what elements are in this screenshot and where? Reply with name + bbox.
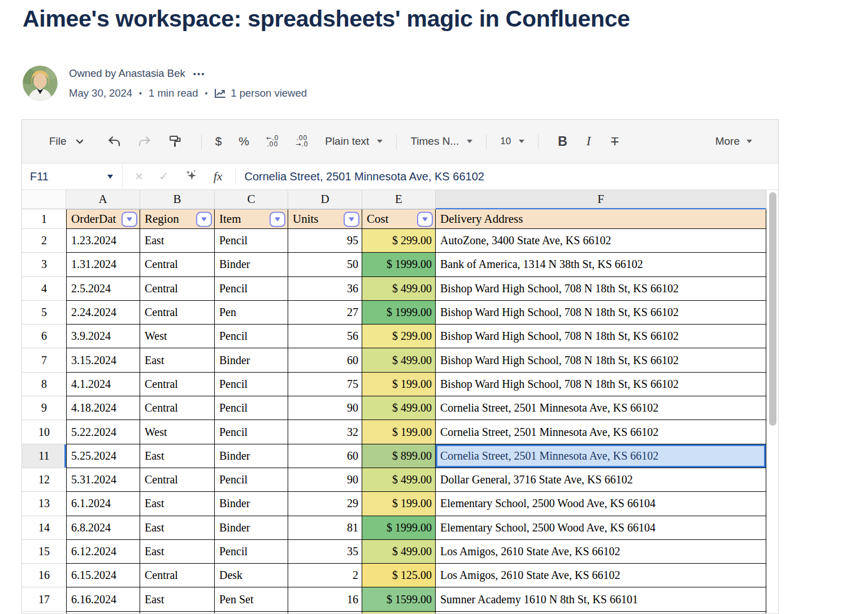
filter-button[interactable] xyxy=(196,211,212,227)
italic-button[interactable]: I xyxy=(587,134,591,149)
cell-D2[interactable]: 95 xyxy=(288,229,362,253)
cell-E3[interactable]: $ 1999.00 xyxy=(362,253,436,276)
cell-F5[interactable]: Bishop Ward High School, 708 N 18th St, … xyxy=(436,301,766,325)
column-header-E[interactable]: E xyxy=(362,190,436,209)
cell-partial[interactable] xyxy=(66,612,140,613)
cell-C4[interactable]: Pencil xyxy=(215,277,288,301)
column-header-D[interactable]: D xyxy=(288,190,362,209)
cell-B3[interactable]: Central xyxy=(140,253,215,276)
cell-C3[interactable]: Binder xyxy=(215,253,288,276)
row-number-5[interactable]: 5 xyxy=(22,301,66,325)
cell-E9[interactable]: $ 499.00 xyxy=(362,396,436,420)
cell-C2[interactable]: Pencil xyxy=(215,229,288,253)
row-number-15[interactable]: 15 xyxy=(22,540,66,564)
cell-C14[interactable]: Binder xyxy=(215,516,288,540)
font-size-dropdown[interactable]: 10 xyxy=(500,136,524,147)
row-number-16[interactable]: 16 xyxy=(22,564,66,587)
cell-partial[interactable] xyxy=(288,612,362,613)
format-percent-button[interactable]: % xyxy=(238,135,249,148)
file-menu-button[interactable]: File xyxy=(49,135,84,148)
cell-C7[interactable]: Binder xyxy=(215,348,288,372)
cell-E7[interactable]: $ 499.00 xyxy=(362,348,436,372)
cell-B16[interactable]: Central xyxy=(140,564,215,587)
row-number-3[interactable]: 3 xyxy=(22,253,66,276)
cell-A15[interactable]: 6.12.2024 xyxy=(66,540,140,564)
cell-F9[interactable]: Cornelia Street, 2501 Minnesota Ave, KS … xyxy=(436,396,766,420)
cell-D17[interactable]: 16 xyxy=(288,587,362,611)
row-number-1[interactable]: 1 xyxy=(22,209,66,229)
cell-E8[interactable]: $ 199.00 xyxy=(362,373,436,396)
cell-A17[interactable]: 6.16.2024 xyxy=(66,587,140,611)
cell-E12[interactable]: $ 499.00 xyxy=(362,468,436,492)
filter-button[interactable] xyxy=(344,211,359,227)
cell-B14[interactable]: East xyxy=(140,516,215,540)
cell-D9[interactable]: 90 xyxy=(288,396,362,420)
cell-D13[interactable]: 29 xyxy=(288,492,362,516)
cell-C6[interactable]: Pencil xyxy=(215,325,288,348)
cell-E6[interactable]: $ 299.00 xyxy=(362,325,436,348)
cell-partial[interactable] xyxy=(215,612,288,613)
ai-sparkle-button[interactable] xyxy=(185,169,198,184)
row-number-14[interactable]: 14 xyxy=(22,516,66,540)
cell-F12[interactable]: Dollar General, 3716 State Ave, KS 66102 xyxy=(436,468,766,492)
bold-button[interactable]: B xyxy=(558,134,567,149)
cell-F6[interactable]: Bishop Ward High School, 708 N 18th St, … xyxy=(436,325,766,348)
row-number-17[interactable]: 17 xyxy=(22,587,66,611)
cell-F10[interactable]: Cornelia Street, 2501 Minnesota Ave, KS … xyxy=(436,420,766,444)
avatar[interactable] xyxy=(23,66,58,101)
cell-F8[interactable]: Bishop Ward High School, 708 N 18th St, … xyxy=(436,373,766,396)
cell-A4[interactable]: 2.5.2024 xyxy=(66,277,140,301)
header-cell-C1[interactable]: Item xyxy=(215,209,288,229)
row-number-11[interactable]: 11 xyxy=(22,444,66,468)
cell-C11[interactable]: Binder xyxy=(215,444,288,468)
cell-D3[interactable]: 50 xyxy=(288,253,362,276)
row-number-2[interactable]: 2 xyxy=(22,229,66,253)
header-cell-B1[interactable]: Region xyxy=(140,209,215,229)
cell-partial[interactable] xyxy=(436,612,766,613)
cell-E17[interactable]: $ 1599.00 xyxy=(362,587,436,611)
cell-F3[interactable]: Bank of America, 1314 N 38th St, KS 6610… xyxy=(436,253,766,276)
cell-A7[interactable]: 3.15.2024 xyxy=(66,348,140,372)
cell-B13[interactable]: East xyxy=(140,492,215,516)
cell-F13[interactable]: Elementary School, 2500 Wood Ave, KS 661… xyxy=(436,492,766,516)
filter-button[interactable] xyxy=(417,211,433,227)
cell-D7[interactable]: 60 xyxy=(288,348,362,372)
cell-B8[interactable]: Central xyxy=(140,373,215,396)
select-all-corner[interactable] xyxy=(22,190,66,209)
cell-D16[interactable]: 2 xyxy=(288,564,362,587)
header-cell-A1[interactable]: OrderDat xyxy=(66,209,140,229)
cell-B9[interactable]: Central xyxy=(140,396,215,420)
insert-function-button[interactable]: fx xyxy=(214,169,223,184)
cell-D12[interactable]: 90 xyxy=(288,468,362,492)
cell-C5[interactable]: Pen xyxy=(215,301,288,325)
cell-B15[interactable]: East xyxy=(140,540,215,564)
row-number-12[interactable]: 12 xyxy=(22,468,66,492)
cell-F11[interactable]: Cornelia Street, 2501 Minnesota Ave, KS … xyxy=(436,444,766,468)
cell-A2[interactable]: 1.23.2024 xyxy=(66,229,140,253)
cell-F15[interactable]: Los Amigos, 2610 State Ave, KS 66102 xyxy=(436,540,766,564)
row-number-13[interactable]: 13 xyxy=(22,492,66,516)
cell-E5[interactable]: $ 1999.00 xyxy=(362,301,436,325)
cell-B11[interactable]: East xyxy=(140,444,215,468)
format-currency-button[interactable]: $ xyxy=(215,135,222,148)
cell-A12[interactable]: 5.31.2024 xyxy=(66,468,140,492)
decrease-decimal-button[interactable]: ←.0 .00 xyxy=(266,135,279,148)
cell-C12[interactable]: Pencil xyxy=(215,468,288,492)
strikethrough-button[interactable]: T xyxy=(611,135,618,148)
column-header-A[interactable]: A xyxy=(66,190,140,209)
cell-D8[interactable]: 75 xyxy=(288,373,362,396)
cell-B6[interactable]: West xyxy=(140,325,215,348)
undo-button[interactable] xyxy=(107,136,121,147)
cell-B10[interactable]: West xyxy=(140,420,215,444)
cell-E10[interactable]: $ 199.00 xyxy=(362,420,436,444)
cell-F14[interactable]: Elementary School, 2500 Wood Ave, KS 661… xyxy=(436,516,766,540)
cell-F7[interactable]: Bishop Ward High School, 708 N 18th St, … xyxy=(436,348,766,372)
cell-A11[interactable]: 5.25.2024 xyxy=(66,444,140,468)
cell-A9[interactable]: 4.18.2024 xyxy=(66,396,140,420)
cell-B12[interactable]: Central xyxy=(140,468,215,492)
vertical-scrollbar-track[interactable] xyxy=(766,190,778,613)
cell-F2[interactable]: AutoZone, 3400 State Ave, KS 66102 xyxy=(436,229,766,253)
cell-E13[interactable]: $ 199.00 xyxy=(362,492,436,516)
more-actions-button[interactable]: ••• xyxy=(193,69,206,79)
cell-A14[interactable]: 6.8.2024 xyxy=(66,516,140,540)
